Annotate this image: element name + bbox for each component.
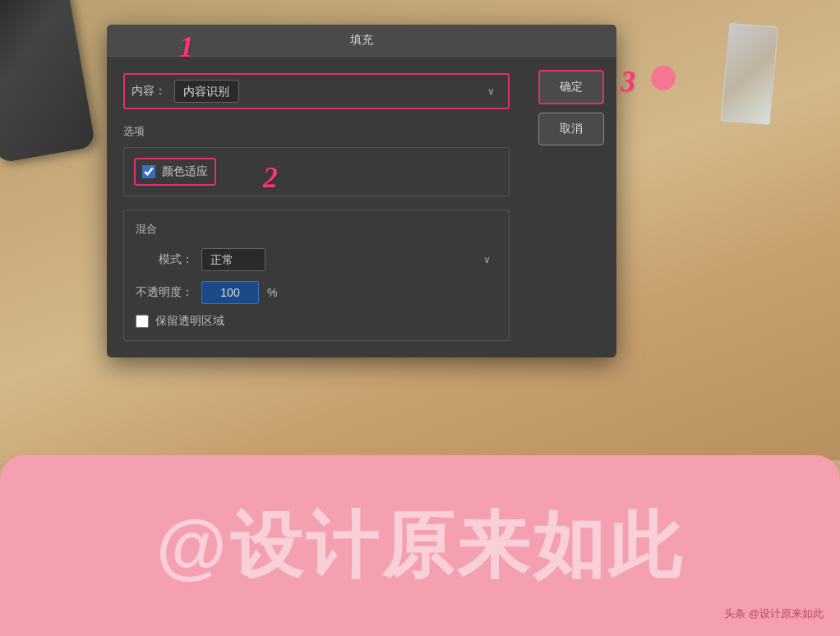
options-section-title: 选项 (123, 124, 510, 139)
watermark-area: @设计原来如此 (0, 455, 840, 636)
content-row: 内容： 内容识别 前景色 背景色 颜色 图案 历史记录 黑色 50%灰色 白色 (123, 73, 510, 109)
preserve-row: 保留透明区域 (136, 314, 497, 329)
color-adapt-label: 颜色适应 (162, 164, 208, 179)
dialog-body: 内容： 内容识别 前景色 背景色 颜色 图案 历史记录 黑色 50%灰色 白色 (107, 57, 616, 357)
dialog-titlebar: 填充 (107, 25, 616, 57)
mode-label: 模式： (136, 252, 193, 267)
fill-dialog: 填充 内容： 内容识别 前景色 背景色 颜色 图案 历史记录 黑色 50%灰色 (107, 25, 616, 357)
mode-select-wrapper: 正常 溶解 变暗 正片叠底 (201, 248, 497, 271)
color-adapt-row[interactable]: 颜色适应 (134, 158, 216, 186)
content-select-wrapper: 内容识别 前景色 背景色 颜色 图案 历史记录 黑色 50%灰色 白色 (174, 80, 501, 103)
confirm-button[interactable]: 确定 (538, 70, 604, 104)
blend-section-title: 混合 (136, 222, 497, 237)
preserve-label: 保留透明区域 (155, 314, 224, 329)
blend-section: 混合 模式： 正常 溶解 变暗 正片叠底 不透明度： (123, 210, 510, 341)
dialog-right-panel: 确定 取消 (526, 57, 616, 357)
options-box: 颜色适应 (123, 147, 510, 196)
percent-label: % (267, 286, 277, 299)
glass-decoration (721, 23, 778, 126)
opacity-row: 不透明度： % (136, 281, 497, 304)
content-select[interactable]: 内容识别 前景色 背景色 颜色 图案 历史记录 黑色 50%灰色 白色 (174, 80, 239, 103)
preserve-checkbox[interactable] (136, 315, 149, 328)
bottom-credit: 头条 @设计原来如此 (724, 606, 824, 621)
mode-select[interactable]: 正常 溶解 变暗 正片叠底 (201, 248, 265, 271)
dialog-left-panel: 内容： 内容识别 前景色 背景色 颜色 图案 历史记录 黑色 50%灰色 白色 (107, 57, 526, 357)
pink-decoration (651, 66, 676, 90)
opacity-label: 不透明度： (136, 285, 193, 300)
content-label: 内容： (132, 84, 166, 99)
dialog-title: 填充 (350, 33, 373, 46)
mode-row: 模式： 正常 溶解 变暗 正片叠底 (136, 248, 497, 271)
opacity-input[interactable] (201, 281, 259, 304)
color-adapt-checkbox[interactable] (142, 165, 155, 178)
cancel-button[interactable]: 取消 (538, 113, 604, 145)
watermark-text: @设计原来如此 (156, 497, 684, 595)
